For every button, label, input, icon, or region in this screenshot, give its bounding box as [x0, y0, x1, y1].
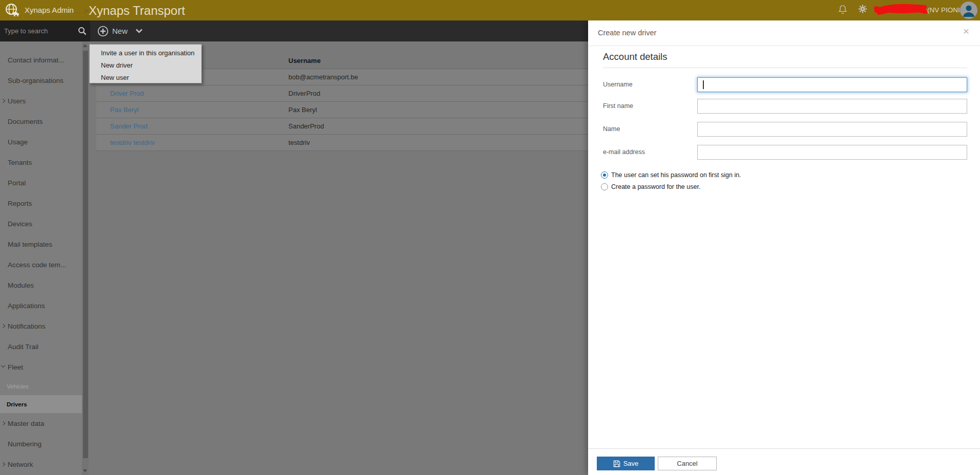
chevron-right-icon	[1, 421, 5, 425]
password-option-first-signin[interactable]: The user can set his password on first s…	[601, 171, 741, 179]
driver-username: DriverProd	[288, 85, 320, 102]
chevron-right-icon	[1, 462, 5, 466]
form-row-email: e-mail address	[588, 145, 980, 160]
settings-gear-icon[interactable]	[858, 4, 867, 14]
sidebar-item-users[interactable]: Users	[0, 91, 82, 111]
breadcrumb-org-title[interactable]: Xynaps Transport	[89, 0, 185, 20]
table-row[interactable]: Pax Beryl Pax Beryl	[96, 102, 588, 118]
panel-title: Create new driver	[598, 20, 656, 46]
table-row[interactable]: Driver Prod DriverProd	[96, 85, 588, 102]
form-row-name: Name	[588, 122, 980, 137]
app-logo-globe-truck-icon	[4, 2, 20, 18]
cancel-button[interactable]: Cancel	[658, 457, 717, 470]
panel-divider	[588, 46, 980, 46]
email-label: e-mail address	[603, 145, 645, 160]
save-floppy-icon	[613, 460, 620, 467]
email-field[interactable]	[697, 145, 967, 160]
name-label: Name	[603, 122, 620, 137]
chevron-down-icon[interactable]	[135, 28, 143, 34]
new-button-label: New	[112, 27, 128, 35]
sidebar-item-applications[interactable]: Applications	[0, 295, 82, 316]
footer-divider	[588, 448, 980, 449]
breadcrumb[interactable]: ... >	[73, 0, 89, 20]
driver-name-link[interactable]: Sander Prod	[110, 118, 148, 135]
section-divider	[603, 68, 967, 68]
driver-name-link[interactable]: testdriv testdriv	[110, 135, 155, 151]
person-icon	[960, 2, 977, 19]
user-avatar[interactable]	[960, 2, 977, 19]
table-row[interactable]: Sander Prod SanderProd	[96, 118, 588, 135]
sidebar-item-numbering[interactable]: Numbering	[0, 434, 82, 454]
sidebar-item-reports[interactable]: Reports	[0, 193, 82, 213]
table-row[interactable]: testdriv testdriv testdriv	[96, 135, 588, 151]
menu-item-new-user[interactable]: New user	[90, 72, 201, 84]
top-app-bar: Xynaps Admin ... > Xynaps Transport (NV …	[0, 0, 980, 20]
form-row-first-name: First name	[588, 99, 980, 114]
scrollbar-up-arrow[interactable]	[83, 44, 87, 47]
sidebar-item-network[interactable]: Network	[0, 454, 82, 474]
plus-circle-icon	[97, 26, 109, 37]
section-title-account-details: Account details	[603, 51, 667, 62]
username-field[interactable]	[697, 77, 967, 92]
column-header-username[interactable]: Username	[288, 57, 321, 64]
scrollbar-down-arrow[interactable]	[83, 469, 87, 472]
app-title: Xynaps Admin	[25, 0, 74, 20]
sidebar-item-mail-templates[interactable]: Mail templates	[0, 234, 82, 254]
new-button[interactable]: New	[97, 20, 143, 41]
name-field[interactable]	[697, 122, 967, 137]
first-name-field[interactable]	[697, 99, 967, 114]
sidebar-item-documents[interactable]: Documents	[0, 111, 82, 132]
save-button-label: Save	[623, 460, 639, 467]
sidebar-item-master-data[interactable]: Master data	[0, 413, 82, 434]
sidebar-item-drivers[interactable]: Drivers	[0, 395, 82, 413]
create-driver-panel: Create new driver × Account details User…	[588, 20, 980, 475]
close-icon[interactable]: ×	[960, 25, 973, 38]
sidebar-item-contact-information[interactable]: Contact informat...	[0, 50, 82, 70]
sidebar-item-portal[interactable]: Portal	[0, 172, 82, 193]
scrollbar-thumb[interactable]	[83, 51, 88, 458]
notifications-bell-icon[interactable]	[838, 5, 847, 15]
sidebar-item-sub-organisations[interactable]: Sub-organisations	[0, 70, 82, 91]
sidebar-item-vehicles[interactable]: Vehicles	[0, 377, 82, 395]
chevron-down-icon	[1, 363, 5, 368]
driver-username: Pax Beryl	[288, 102, 317, 118]
radio-selected-icon[interactable]	[601, 171, 608, 179]
username-label: Username	[603, 77, 633, 92]
sidebar-item-audit-trail[interactable]: Audit Trail	[0, 336, 82, 357]
search-input[interactable]	[0, 20, 75, 41]
menu-item-new-driver[interactable]: New driver	[90, 59, 201, 72]
sidebar-item-usage[interactable]: Usage	[0, 132, 82, 152]
sidebar-scrollbar[interactable]	[82, 41, 89, 475]
menu-item-invite-user[interactable]: Invite a user in this organisation	[90, 47, 201, 59]
driver-username: bob@acmetransport.be	[288, 69, 358, 85]
password-option-create-password[interactable]: Create a password for the user.	[601, 183, 700, 190]
text-caret	[703, 80, 704, 89]
sidebar-item-devices[interactable]: Devices	[0, 213, 82, 234]
chevron-right-icon	[1, 324, 5, 328]
sidebar-item-modules[interactable]: Modules	[0, 275, 82, 295]
form-row-username: Username	[588, 77, 980, 92]
first-name-label: First name	[603, 99, 633, 114]
radio-unselected-icon[interactable]	[601, 183, 608, 190]
sidebar-item-tenants[interactable]: Tenants	[0, 152, 82, 172]
new-dropdown-menu: Invite a user in this organisation New d…	[89, 44, 202, 83]
sidebar-search-box[interactable]	[0, 20, 90, 41]
save-button[interactable]: Save	[597, 457, 655, 470]
driver-name-link[interactable]: Pax Beryl	[110, 102, 139, 118]
redacted-username-scribble	[874, 3, 927, 16]
driver-username: SanderProd	[288, 118, 324, 135]
sidebar-item-access-code-templates[interactable]: Access code tem...	[0, 254, 82, 275]
sidebar-item-notifications[interactable]: Notifications	[0, 316, 82, 336]
driver-name-link[interactable]: Driver Prod	[110, 85, 144, 102]
sidebar-nav: Contact informat... Sub-organisations Us…	[0, 41, 82, 475]
search-icon[interactable]	[78, 27, 87, 35]
driver-username: testdriv	[288, 135, 310, 151]
sidebar-item-fleet[interactable]: Fleet	[0, 357, 82, 377]
chevron-right-icon	[1, 99, 5, 103]
